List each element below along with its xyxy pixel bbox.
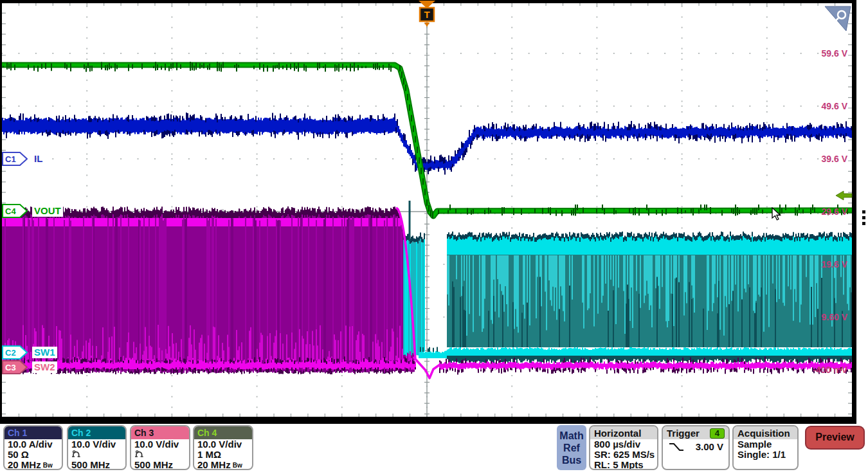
horizontal-scale: 800 µs/div bbox=[590, 439, 657, 450]
channel-tag-label: SW1 bbox=[32, 347, 57, 358]
waveform-canvas bbox=[0, 0, 868, 424]
channel-bandwidth: 20 MHzBw bbox=[5, 460, 62, 470]
acquisition-mode: Sample bbox=[734, 439, 797, 450]
oscilloscope-screen: T 59.6 V 49.6 V 39.6 V 29.6 V 19.6 V 9.6… bbox=[0, 0, 868, 474]
channel-termination: 50 Ω bbox=[5, 450, 62, 460]
mouse-cursor-icon bbox=[772, 207, 782, 221]
channel-tag-label: IL bbox=[32, 153, 44, 165]
scale-label: 29.6 V bbox=[781, 206, 847, 217]
svg-text:C3: C3 bbox=[5, 363, 16, 372]
bandwidth-limit-indicator: Bw bbox=[43, 462, 53, 469]
more-options-menu-icon[interactable] bbox=[862, 210, 865, 228]
channel-probe-row bbox=[131, 450, 189, 460]
channel-badge-title[interactable]: Ch 3 bbox=[131, 426, 189, 439]
channel-tag-label: SW2 bbox=[32, 361, 57, 373]
horizontal-badge[interactable]: Horizontal 800 µs/div SR: 625 MS/s RL: 5… bbox=[589, 425, 658, 470]
scale-label: 59.6 V bbox=[781, 48, 847, 59]
scale-label: 39.6 V bbox=[781, 154, 847, 164]
probe-coupling-icon bbox=[71, 450, 81, 458]
channel-bandwidth: 500 MHz bbox=[68, 460, 125, 470]
channel-tag-c1[interactable]: C1 IL bbox=[2, 152, 44, 166]
bandwidth-limit-indicator: Bw bbox=[233, 462, 242, 469]
channel-scale: 10.0 V/div bbox=[131, 439, 189, 450]
channel-tag-c2[interactable]: C2 SW1 bbox=[2, 345, 57, 360]
scale-label: 9.60 V bbox=[781, 312, 847, 322]
trigger-position-marker[interactable]: T bbox=[416, 0, 438, 28]
zoom-corner-button[interactable] bbox=[824, 5, 851, 32]
channel-badge-ch2[interactable]: Ch 2 10.0 V/div 500 MHz bbox=[67, 425, 127, 470]
scale-label: 49.6 V bbox=[781, 101, 847, 111]
channel-badge-title[interactable]: Ch 1 bbox=[5, 426, 62, 439]
channel-badge-ch1[interactable]: Ch 1 10.0 A/div 50 Ω 20 MHzBw bbox=[3, 425, 63, 470]
channel-bandwidth: 500 MHz bbox=[131, 460, 189, 470]
channel-tag-c4[interactable]: C4 VOUT bbox=[2, 204, 63, 218]
graticule-frame-bottom bbox=[0, 417, 856, 424]
svg-text:C2: C2 bbox=[5, 348, 16, 358]
waveform-display[interactable]: T 59.6 V 49.6 V 39.6 V 29.6 V 19.6 V 9.6… bbox=[0, 0, 868, 424]
trigger-badge[interactable]: Trigger 4 3.00 V bbox=[662, 425, 730, 470]
channel4-position-arrow-icon[interactable] bbox=[835, 190, 853, 201]
math-ref-bus-button[interactable]: Math Ref Bus bbox=[557, 425, 586, 470]
record-length: RL: 5 Mpts bbox=[590, 460, 657, 470]
channel-bandwidth: 20 MHzBw bbox=[194, 460, 252, 470]
scale-label: -400 mV bbox=[781, 365, 847, 375]
sample-rate: SR: 625 MS/s bbox=[590, 450, 657, 460]
channel-scale: 10.0 A/div bbox=[5, 439, 62, 450]
trigger-symbol: T bbox=[424, 9, 429, 20]
channel-badge-title[interactable]: Ch 4 bbox=[194, 426, 252, 439]
horizontal-title: Horizontal bbox=[594, 428, 641, 439]
acquisition-count: Single: 1/1 bbox=[734, 450, 797, 460]
svg-text:C4: C4 bbox=[5, 206, 16, 216]
acquisition-badge[interactable]: Acquisition Sample Single: 1/1 bbox=[732, 425, 799, 470]
scale-label: 19.6 V bbox=[781, 259, 847, 269]
trigger-source-badge: 4 bbox=[710, 428, 725, 439]
readout-bar: Ch 1 10.0 A/div 50 Ω 20 MHzBw Ch 2 10.0 … bbox=[0, 424, 868, 474]
channel-probe-row bbox=[68, 450, 125, 460]
acquisition-title: Acquisition bbox=[737, 428, 790, 439]
channel-scale: 10.0 V/div bbox=[68, 439, 125, 450]
preview-button[interactable]: Preview bbox=[805, 426, 865, 450]
channel-scale: 10.0 V/div bbox=[194, 439, 252, 450]
channel-tag-label: VOUT bbox=[32, 205, 63, 217]
probe-coupling-icon bbox=[134, 450, 144, 458]
trigger-title: Trigger bbox=[667, 428, 700, 439]
channel-badge-ch3[interactable]: Ch 3 10.0 V/div 500 MHz bbox=[130, 425, 190, 470]
channel-tag-c3[interactable]: C3 SW2 bbox=[2, 360, 57, 374]
falling-edge-icon bbox=[668, 442, 685, 452]
svg-text:C1: C1 bbox=[5, 154, 16, 164]
channel-termination: 1 MΩ bbox=[194, 450, 252, 460]
trigger-arrow-small-icon bbox=[424, 23, 429, 27]
channel-badge-ch4[interactable]: Ch 4 10.0 V/div 1 MΩ 20 MHzBw bbox=[193, 425, 253, 470]
channel-badge-title[interactable]: Ch 2 bbox=[68, 426, 125, 439]
trigger-level: 3.00 V bbox=[696, 441, 723, 452]
graticule-frame-right bbox=[852, 0, 856, 424]
